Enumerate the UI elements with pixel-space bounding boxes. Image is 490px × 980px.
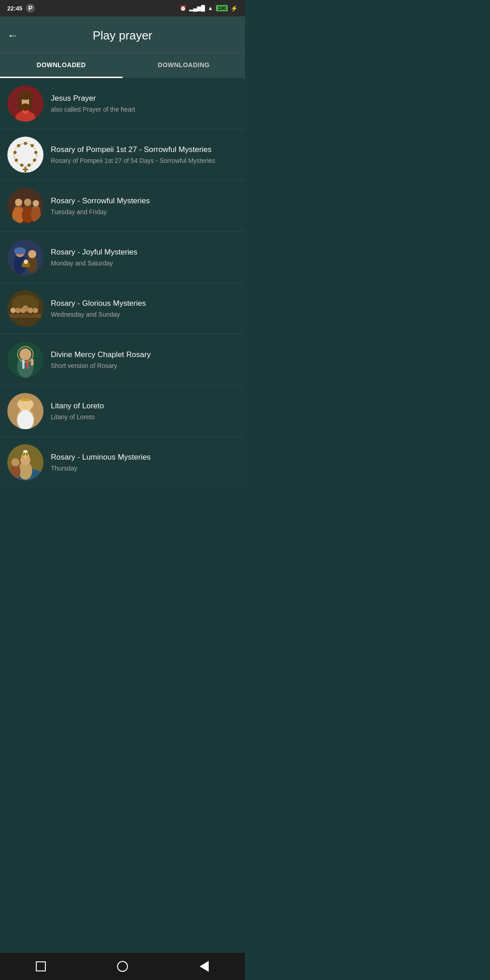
battery-icon: 100 xyxy=(216,5,228,11)
svg-rect-39 xyxy=(10,314,41,318)
svg-point-12 xyxy=(33,159,36,162)
prayer-avatar-divine xyxy=(7,342,44,378)
prayer-title: Rosary - Luminous Mysteries xyxy=(51,452,238,462)
svg-point-66 xyxy=(23,450,28,453)
prayer-info: Rosary - Sorrowful Mysteries Tuesday and… xyxy=(51,196,238,216)
prayer-subtitle: also called Prayer of the heart xyxy=(51,105,238,113)
prayer-avatar-sorrowful xyxy=(7,188,44,224)
svg-point-35 xyxy=(28,250,36,258)
svg-point-5 xyxy=(21,103,30,111)
svg-point-11 xyxy=(34,151,38,154)
svg-point-65 xyxy=(11,458,20,466)
prayer-subtitle: Short version of Rosary xyxy=(51,362,238,370)
svg-point-49 xyxy=(20,348,31,360)
prayer-avatar-rosary-beads xyxy=(7,137,44,173)
svg-point-13 xyxy=(28,164,31,167)
list-item[interactable]: Rosary - Joyful Mysteries Monday and Sat… xyxy=(0,232,245,283)
prayer-title: Jesus Prayer xyxy=(51,93,238,103)
svg-point-37 xyxy=(24,260,28,264)
svg-rect-51 xyxy=(22,360,24,369)
svg-point-15 xyxy=(15,159,18,162)
svg-point-29 xyxy=(31,208,41,222)
prayer-subtitle: Tuesday and Friday xyxy=(51,208,238,216)
tabs: DOWNLOADED DOWNLOADING xyxy=(0,53,245,78)
back-button[interactable]: ← xyxy=(7,29,18,42)
prayer-info: Litany of Loreto Litany of Loreto xyxy=(51,401,238,421)
svg-point-16 xyxy=(14,151,17,154)
svg-point-59 xyxy=(17,410,34,429)
prayer-info: Rosary - Glorious Mysteries Wednesday an… xyxy=(51,299,238,318)
prayer-title: Rosary of Pompeii 1st 27 - Sorrowful Mys… xyxy=(51,145,238,155)
svg-point-9 xyxy=(24,142,27,145)
list-item[interactable]: Rosary of Pompeii 1st 27 - Sorrowful Mys… xyxy=(0,129,245,181)
prayer-subtitle: Thursday xyxy=(51,464,238,472)
svg-rect-19 xyxy=(23,169,28,170)
prayer-info: Rosary of Pompeii 1st 27 - Sorrowful Mys… xyxy=(51,145,238,165)
prayer-avatar-jesus xyxy=(7,85,44,122)
prayer-title: Divine Mercy Chaplet Rosary xyxy=(51,350,238,360)
prayer-subtitle: Wednesday and Sunday xyxy=(51,310,238,318)
charging-icon: ⚡ xyxy=(230,5,238,12)
prayer-title: Rosary - Joyful Mysteries xyxy=(51,247,238,257)
prayer-avatar-glorious xyxy=(7,290,44,327)
signal-icon: ▂▄▆█ xyxy=(189,5,205,11)
svg-point-24 xyxy=(24,199,31,206)
svg-rect-53 xyxy=(31,359,34,366)
prayer-avatar-joyful xyxy=(7,239,44,275)
prayer-info: Jesus Prayer also called Prayer of the h… xyxy=(51,93,238,113)
alarm-icon: ⏰ xyxy=(180,5,186,11)
svg-point-10 xyxy=(31,144,34,147)
list-item[interactable]: Litany of Loreto Litany of Loreto xyxy=(0,386,245,437)
prayer-subtitle: Monday and Saturday xyxy=(51,259,238,267)
status-bar: 22:45 P ⏰ ▂▄▆█ ▲ 100 ⚡ xyxy=(0,0,245,16)
page-title: Play prayer xyxy=(93,29,152,43)
prayer-avatar-litany xyxy=(7,393,44,429)
prayer-list: Jesus Prayer also called Prayer of the h… xyxy=(0,78,245,488)
prayer-info: Rosary - Luminous Mysteries Thursday xyxy=(51,452,238,472)
prayer-info: Rosary - Joyful Mysteries Monday and Sat… xyxy=(51,247,238,267)
prayer-info: Divine Mercy Chaplet Rosary Short versio… xyxy=(51,350,238,370)
wifi-icon: ▲ xyxy=(208,5,213,11)
parking-icon: P xyxy=(26,4,35,13)
svg-point-30 xyxy=(7,239,44,275)
svg-rect-52 xyxy=(26,360,29,369)
svg-point-22 xyxy=(15,199,22,206)
tab-downloaded[interactable]: DOWNLOADED xyxy=(0,53,122,78)
status-icons: ⏰ ▂▄▆█ ▲ 100 ⚡ xyxy=(180,5,238,12)
tab-downloading[interactable]: DOWNLOADING xyxy=(122,53,245,78)
list-item[interactable]: Rosary - Glorious Mysteries Wednesday an… xyxy=(0,283,245,334)
prayer-subtitle: Litany of Loreto xyxy=(51,413,238,421)
status-time: 22:45 xyxy=(7,5,22,12)
prayer-title: Rosary - Sorrowful Mysteries xyxy=(51,196,238,206)
list-item[interactable]: Jesus Prayer also called Prayer of the h… xyxy=(0,78,245,129)
prayer-subtitle: Rosary of Pompeii 1st 27 of 54 Days - So… xyxy=(51,157,238,165)
svg-point-17 xyxy=(17,144,20,147)
prayer-title: Rosary - Glorious Mysteries xyxy=(51,299,238,309)
prayer-avatar-luminous xyxy=(7,444,44,480)
list-item[interactable]: Divine Mercy Chaplet Rosary Short versio… xyxy=(0,334,245,386)
svg-point-26 xyxy=(33,200,39,206)
prayer-title: Litany of Loreto xyxy=(51,401,238,411)
list-item[interactable]: Rosary - Sorrowful Mysteries Tuesday and… xyxy=(0,181,245,232)
svg-point-33 xyxy=(14,247,26,255)
svg-point-14 xyxy=(20,164,24,167)
header: ← Play prayer xyxy=(0,16,245,53)
list-item[interactable]: Rosary - Luminous Mysteries Thursday xyxy=(0,437,245,488)
svg-point-46 xyxy=(12,295,39,313)
